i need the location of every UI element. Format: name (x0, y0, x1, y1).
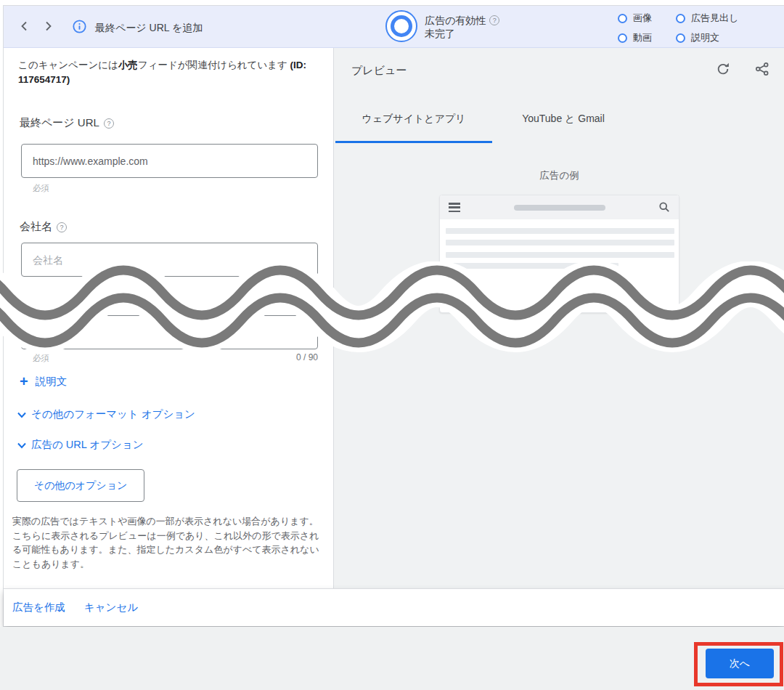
ad-strength-gauge-ring (391, 15, 412, 37)
campaign-feed-notice: このキャンペーンには小売フィードが関連付けられています (ID: 1176547… (18, 58, 319, 87)
asset-item-image: 画像 (618, 12, 652, 25)
final-url-label: 最終ページ URL ? (20, 116, 114, 130)
tab-websites-and-apps[interactable]: ウェブサイトとアプリ (334, 94, 494, 143)
bottom-action-band (0, 627, 784, 690)
ad-mock-header (440, 195, 679, 219)
cancel-link[interactable]: キャンセル (84, 601, 138, 614)
active-tab-indicator (335, 141, 492, 143)
company-name-label-text: 会社名 (20, 220, 52, 234)
notice-text: このキャンペーンには (18, 60, 118, 70)
ad-editor-card: 最終ページ URL を追加 広告の有効性 ? 未完了 画像 動画 広 (3, 5, 784, 627)
format-options-label: その他のフォーマット オプション (31, 407, 195, 421)
chevron-down-icon (17, 440, 27, 450)
final-url-input[interactable] (21, 144, 318, 178)
ad-form-panel: このキャンペーンには小売フィードが関連付けられています (ID: 1176547… (4, 48, 333, 588)
asset-item-headline: 広告見出し (676, 12, 738, 25)
chevron-down-icon (17, 410, 27, 420)
ad-strength-status: 未完了 (425, 27, 499, 40)
plus-icon: + (20, 374, 28, 389)
radio-circle-icon (676, 33, 685, 43)
notice-text: フィードが関連付けられています (138, 60, 290, 70)
search-icon (658, 201, 670, 213)
asset-label: 説明文 (691, 31, 719, 44)
back-chevron-icon[interactable] (19, 20, 30, 32)
company-name-label: 会社名 ? (20, 220, 67, 234)
more-options-button[interactable]: その他のオプション (17, 469, 144, 502)
ad-mock-text-line (446, 240, 674, 245)
asset-label: 画像 (633, 12, 652, 25)
step-title: 最終ページ URL を追加 (95, 22, 203, 35)
radio-circle-icon (676, 14, 685, 23)
radio-circle-icon (618, 33, 627, 43)
asset-item-video: 動画 (618, 31, 652, 44)
url-options-label: 広告の URL オプション (31, 438, 144, 452)
refresh-icon[interactable] (716, 62, 730, 76)
tab-youtube-and-gmail[interactable]: YouTube と Gmail (494, 94, 633, 143)
ad-sample-label: 広告の例 (439, 169, 679, 182)
description-required-note: 必須 (33, 353, 49, 364)
asset-label: 動画 (633, 31, 652, 44)
next-button[interactable]: 次へ (706, 649, 774, 678)
hamburger-menu-icon (449, 203, 460, 214)
ad-mock-text-line (446, 228, 674, 234)
form-footer-bar: 広告を作成 キャンセル (4, 588, 784, 626)
ad-strength-label: 広告の有効性 (425, 14, 486, 27)
help-icon[interactable]: ? (104, 118, 114, 129)
ad-editor-page: { "topbar": { "title": "最終ページ URL を追加", … (0, 0, 784, 690)
url-options-toggle[interactable]: 広告の URL オプション (17, 438, 144, 452)
notice-bold-feed: 小売 (118, 60, 138, 70)
add-description-label: 説明文 (36, 375, 68, 389)
ad-mock-text-line (446, 263, 618, 269)
asset-checklist-col2: 広告見出し 説明文 (676, 12, 738, 44)
ad-strength-gauge (385, 10, 417, 42)
add-description-link[interactable]: + 説明文 (20, 374, 67, 389)
final-url-required-note: 必須 (33, 183, 49, 194)
ad-preview-mock (439, 195, 679, 313)
asset-checklist-col1: 画像 動画 (618, 12, 652, 44)
help-icon[interactable]: ? (57, 222, 67, 232)
main-area: このキャンペーンには小売フィードが関連付けられています (ID: 1176547… (4, 48, 784, 588)
asset-item-description: 説明文 (676, 31, 738, 44)
ad-mock-text-line (446, 252, 674, 258)
description-input[interactable] (21, 315, 318, 349)
info-icon[interactable] (73, 20, 86, 33)
preview-panel: プレビュー ウェブサイトとアプリ YouTube と Gmail 広告の例 (333, 48, 784, 588)
description-char-counter: 0 / 90 (296, 352, 318, 362)
ad-mock-searchbar (514, 205, 605, 211)
preview-disclaimer: 実際の広告ではテキストや画像の一部が表示されない場合があります。こちらに表示され… (12, 514, 323, 571)
final-url-label-text: 最終ページ URL (20, 116, 99, 130)
top-bar: 最終ページ URL を追加 広告の有効性 ? 未完了 画像 動画 広 (4, 6, 784, 48)
asset-label: 広告見出し (691, 12, 738, 25)
forward-chevron-icon[interactable] (42, 20, 54, 32)
radio-circle-icon (618, 14, 627, 23)
share-icon[interactable] (755, 62, 769, 76)
create-ad-link[interactable]: 広告を作成 (12, 601, 65, 614)
preview-title: プレビュー (351, 64, 407, 78)
company-name-input[interactable] (21, 243, 318, 277)
ad-strength: 広告の有効性 ? 未完了 (425, 14, 499, 40)
format-options-toggle[interactable]: その他のフォーマット オプション (17, 407, 195, 421)
help-icon[interactable]: ? (489, 15, 499, 25)
